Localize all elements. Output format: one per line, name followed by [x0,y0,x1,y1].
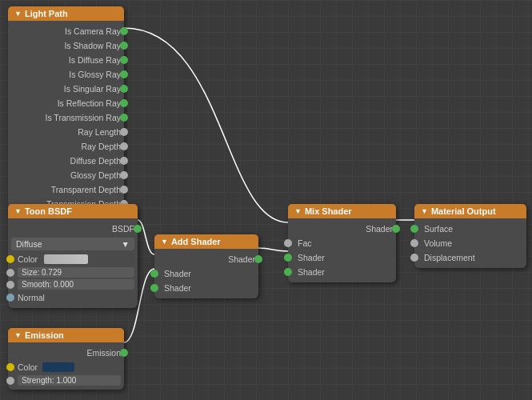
size-field[interactable]: Size: 0.729 [18,267,134,278]
material-output-header: ▼ Material Output [414,204,526,218]
mix-shader-input1: Shader [288,250,396,265]
socket-is-singular-ray-out[interactable] [120,85,128,93]
socket-strength-in[interactable] [6,377,14,385]
output-ray-length: Ray Length [8,125,124,139]
material-output-node: ▼ Material Output Surface Volume Displac… [414,204,526,268]
socket-displacement-in[interactable] [410,254,418,262]
socket-ray-depth-out[interactable] [120,142,128,150]
output-is-glossy-ray: Is Glossy Ray [8,67,124,82]
socket-is-glossy-ray-out[interactable] [120,70,128,78]
mix-shader-input2: Shader [288,265,396,279]
socket-mix-shader-in2[interactable] [284,268,292,276]
socket-diffuse-depth-out[interactable] [120,157,128,165]
output-is-transmission-ray: Is Transmission Ray [8,110,124,125]
socket-glossy-depth-out[interactable] [120,171,128,179]
socket-normal-in[interactable] [6,294,14,302]
output-is-diffuse-ray: Is Diffuse Ray [8,53,124,67]
mix-shader-node: ▼ Mix Shader Shader Fac Shader Shader [288,204,396,282]
output-is-singular-ray: Is Singular Ray [8,82,124,96]
toon-bsdf-body: BSDF Diffuse ▼ Color Size: 0.729 Smooth:… [8,218,138,308]
add-shader-input2: Shader [154,281,258,295]
output-is-reflection-ray: Is Reflection Ray [8,96,124,110]
output-ray-depth: Ray Depth [8,139,124,154]
wire-addshader-to-mixshader2 [258,248,288,251]
output-bsdf: BSDF [8,222,138,236]
socket-smooth-in[interactable] [6,281,14,289]
output-is-camera-ray: Is Camera Ray [8,24,124,38]
emission-header: ▼ Emission [8,328,124,342]
diffuse-dropdown[interactable]: Diffuse ▼ [11,238,134,250]
mix-shader-title: Mix Shader [305,206,352,216]
add-shader-header: ▼ Add Shader [154,234,258,249]
socket-color-in[interactable] [6,255,14,263]
output-emission: Emission [8,346,124,360]
light-path-body: Is Camera Ray Is Shadow Ray Is Diffuse R… [8,21,124,214]
socket-ray-length-out[interactable] [120,128,128,136]
emission-title: Emission [25,330,64,340]
socket-is-shadow-ray-out[interactable] [120,42,128,50]
light-path-title: Light Path [25,9,68,18]
socket-transparent-depth-out[interactable] [120,186,128,194]
output-transparent-depth: Transparent Depth [8,182,124,197]
smooth-row: Smooth: 0.000 [8,278,138,290]
volume-input: Volume [414,236,526,250]
color-row: Color [8,252,138,266]
socket-is-reflection-ray-out[interactable] [120,99,128,107]
normal-row: Normal [8,290,138,305]
socket-mix-fac-in[interactable] [284,239,292,247]
strength-field[interactable]: Strength: 1.000 [18,375,121,386]
displacement-input: Displacement [414,250,526,265]
add-shader-node: ▼ Add Shader Shader Shader Shader [154,234,258,298]
socket-is-transmission-ray-out[interactable] [120,114,128,122]
mix-shader-header: ▼ Mix Shader [288,204,396,218]
socket-emission-out[interactable] [120,349,128,357]
socket-add-shader-in2[interactable] [150,284,158,292]
color-swatch[interactable] [44,254,88,264]
output-diffuse-depth: Diffuse Depth [8,154,124,168]
emission-color-row: Color [8,360,124,374]
output-is-shadow-ray: Is Shadow Ray [8,38,124,53]
smooth-field[interactable]: Smooth: 0.000 [18,279,134,290]
mix-shader-body: Shader Fac Shader Shader [288,218,396,282]
add-shader-input1: Shader [154,266,258,281]
socket-surface-in[interactable] [410,225,418,233]
material-output-title: Material Output [431,206,496,216]
emission-node: ▼ Emission Emission Color Strength: 1.00… [8,328,124,390]
socket-mix-shader-in1[interactable] [284,254,292,262]
output-add-shader: Shader [154,252,258,266]
socket-size-in[interactable] [6,269,14,277]
surface-input: Surface [414,222,526,236]
socket-bsdf-out[interactable] [134,225,142,233]
strength-row: Strength: 1.000 [8,374,124,386]
material-output-body: Surface Volume Displacement [414,218,526,268]
mix-fac-input: Fac [288,236,396,250]
socket-emission-color-in[interactable] [6,363,14,371]
light-path-node: ▼ Light Path Is Camera Ray Is Shadow Ray… [8,6,124,214]
toon-bsdf-title: Toon BSDF [25,206,72,216]
emission-color-swatch[interactable] [42,362,74,372]
add-shader-title: Add Shader [171,237,221,246]
output-mix-shader: Shader [288,222,396,236]
socket-is-camera-ray-out[interactable] [120,27,128,35]
light-path-header: ▼ Light Path [8,6,124,21]
toon-bsdf-node: ▼ Toon BSDF BSDF Diffuse ▼ Color Size: 0… [8,204,138,308]
emission-body: Emission Color Strength: 1.000 [8,342,124,390]
socket-add-shader-out[interactable] [254,255,262,263]
wire-lightpath-to-mixfac [124,28,288,222]
add-shader-body: Shader Shader Shader [154,249,258,298]
socket-add-shader-in1[interactable] [150,270,158,278]
toon-bsdf-header: ▼ Toon BSDF [8,204,138,218]
size-row: Size: 0.729 [8,266,138,278]
socket-is-diffuse-ray-out[interactable] [120,56,128,64]
socket-mix-shader-out[interactable] [392,225,400,233]
socket-volume-in[interactable] [410,239,418,247]
output-glossy-depth: Glossy Depth [8,168,124,182]
